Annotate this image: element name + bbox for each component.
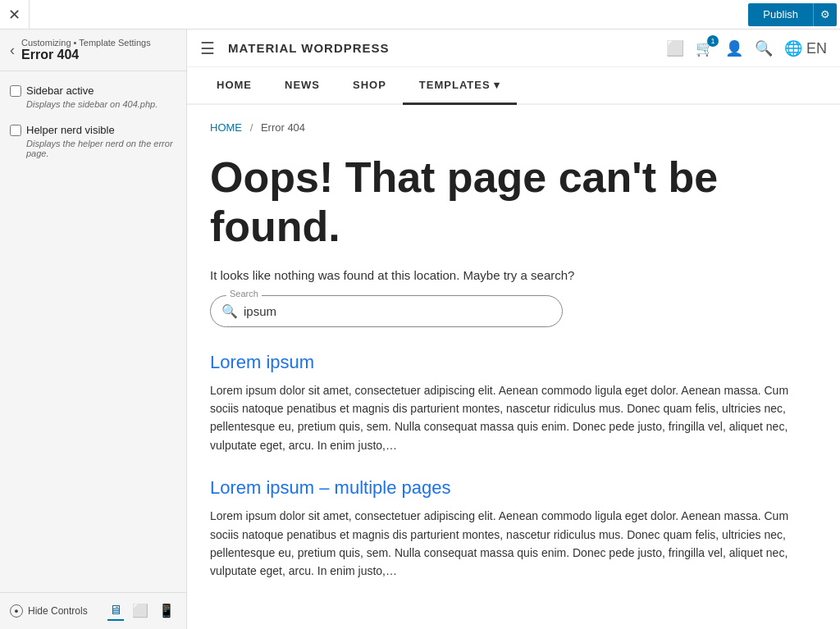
sidebar-active-label[interactable]: Sidebar active (10, 84, 176, 97)
result-2-title[interactable]: Lorem ipsum – multiple pages (210, 477, 817, 499)
sidebar-active-checkbox[interactable] (10, 85, 21, 97)
breadcrumb-current: Error 404 (261, 121, 305, 134)
sidebar-header-text: Customizing • Template Settings Error 40… (21, 38, 151, 62)
hide-controls-button[interactable]: ● Hide Controls (10, 604, 88, 618)
result-1-title[interactable]: Lorem ipsum (210, 352, 817, 373)
sidebar-options: Sidebar active Displays the sidebar on 4… (0, 71, 186, 592)
view-mobile-icon[interactable]: 📱 (157, 601, 176, 621)
nav-shop[interactable]: SHOP (336, 67, 403, 103)
search-icon[interactable]: 🔍 (755, 39, 773, 57)
site-title: MATERIAL WORDPRESS (228, 41, 666, 55)
hide-controls-icon: ● (10, 604, 23, 618)
nav-templates[interactable]: TEMPLATES ▾ (403, 67, 517, 105)
screen-icon[interactable]: ⬜ (666, 39, 684, 57)
helper-nerd-desc: Displays the helper nerd on the error pa… (10, 139, 176, 158)
helper-nerd-text: Helper nerd visible (26, 124, 115, 136)
sidebar-active-desc: Displays the sidebar on 404.php. (10, 99, 176, 109)
preview-area: ☰ MATERIAL WORDPRESS ⬜ 🛒 1 👤 🔍 🌐 EN HOME… (187, 30, 840, 629)
result-1: Lorem ipsum Lorem ipsum dolor sit amet, … (210, 352, 817, 455)
nav-templates-arrow: ▾ (494, 79, 500, 91)
sidebar-active-text: Sidebar active (26, 84, 94, 97)
cart-icon[interactable]: 🛒 1 (696, 39, 714, 57)
helper-nerd-label[interactable]: Helper nerd visible (10, 124, 176, 136)
breadcrumb-home[interactable]: HOME (210, 121, 242, 134)
top-bar: ✕ Publish ⚙ (0, 0, 840, 30)
view-icons: 🖥 ⬜ 📱 (107, 601, 176, 621)
error-description: It looks like nothing was found at this … (210, 268, 817, 282)
account-icon[interactable]: 👤 (725, 39, 743, 57)
publish-button[interactable]: Publish (748, 3, 813, 26)
close-button[interactable]: ✕ (0, 0, 30, 30)
breadcrumb-separator: / (250, 121, 253, 134)
sidebar-title: Error 404 (21, 48, 151, 62)
error-heading: Oops! That page can't be found. (210, 153, 817, 252)
main-layout: ‹ Customizing • Template Settings Error … (0, 30, 840, 629)
nav-home[interactable]: HOME (200, 67, 268, 103)
nav-news[interactable]: NEWS (268, 67, 336, 103)
breadcrumb: HOME / Error 404 (210, 121, 817, 134)
view-desktop-icon[interactable]: 🖥 (107, 601, 124, 621)
publish-gear-button[interactable]: ⚙ (813, 3, 837, 26)
nav-templates-label: TEMPLATES (419, 79, 491, 91)
result-2-body: Lorem ipsum dolor sit amet, consectetuer… (210, 507, 817, 581)
sidebar-back-button[interactable]: ‹ (10, 43, 15, 57)
result-2: Lorem ipsum – multiple pages Lorem ipsum… (210, 477, 817, 581)
hamburger-icon[interactable]: ☰ (200, 39, 215, 58)
search-label: Search (226, 289, 262, 299)
search-input[interactable] (210, 295, 563, 327)
nav-menu: HOME NEWS SHOP TEMPLATES ▾ (187, 67, 840, 105)
sidebar-breadcrumb: Customizing • Template Settings (21, 38, 151, 48)
search-box-wrap: Search 🔍 (210, 295, 563, 327)
publish-area: Publish ⚙ (748, 3, 837, 26)
sidebar-option-2: Helper nerd visible Displays the helper … (10, 124, 176, 158)
content-area: HOME / Error 404 Oops! That page can't b… (187, 105, 840, 629)
lang-icon[interactable]: 🌐 EN (784, 39, 827, 57)
cart-badge: 1 (707, 35, 719, 47)
wp-topbar: ☰ MATERIAL WORDPRESS ⬜ 🛒 1 👤 🔍 🌐 EN (187, 30, 840, 67)
topbar-icons: ⬜ 🛒 1 👤 🔍 🌐 EN (666, 39, 827, 57)
helper-nerd-checkbox[interactable] (10, 125, 21, 136)
sidebar: ‹ Customizing • Template Settings Error … (0, 30, 187, 629)
view-tablet-icon[interactable]: ⬜ (130, 601, 150, 621)
sidebar-option-1: Sidebar active Displays the sidebar on 4… (10, 84, 176, 109)
result-1-body: Lorem ipsum dolor sit amet, consectetuer… (210, 381, 817, 455)
search-box-icon: 🔍 (221, 303, 238, 319)
sidebar-header: ‹ Customizing • Template Settings Error … (0, 30, 186, 71)
close-icon: ✕ (8, 6, 21, 24)
sidebar-footer: ● Hide Controls 🖥 ⬜ 📱 (0, 592, 186, 629)
hide-controls-label: Hide Controls (28, 605, 88, 617)
